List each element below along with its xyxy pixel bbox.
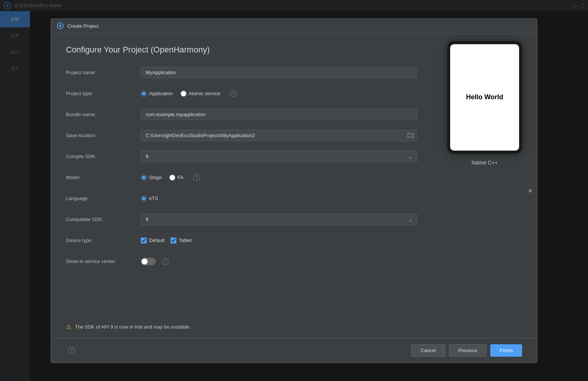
form-area: Configure Your Project (OpenHarmony) Pro… xyxy=(51,34,432,323)
warning-banner: ⚠ The SDK of API 9 is now in trial and m… xyxy=(66,323,522,330)
model-row: Model: Stage FA ? xyxy=(66,171,417,184)
project-name-row: Project name: xyxy=(66,66,417,79)
device-type-checkbox-group: Default Tablet xyxy=(141,238,417,244)
model-help-icon[interactable]: ? xyxy=(193,174,200,181)
hello-world-text: Hello World xyxy=(466,93,503,101)
device-preview: Hello World xyxy=(447,41,522,154)
bundle-name-input[interactable] xyxy=(141,109,417,120)
application-label: Application xyxy=(149,91,173,96)
show-service-center-toggle[interactable] xyxy=(141,258,156,265)
show-service-center-help-icon[interactable]: ? xyxy=(162,258,169,265)
dialog-body: Configure Your Project (OpenHarmony) Pro… xyxy=(51,34,537,323)
stage-label: Stage xyxy=(149,175,162,180)
bundle-name-label: Bundle name: xyxy=(66,112,141,117)
compile-sdk-select[interactable]: 9 8 7 xyxy=(141,151,417,162)
project-type-control: Application Atomic service ? xyxy=(141,90,417,97)
project-type-row: Project type: Application Atomic service xyxy=(66,87,417,100)
ets-radio-label[interactable]: eTS xyxy=(141,196,158,202)
show-service-center-control: ? xyxy=(141,258,417,265)
create-project-dialog: Create Project ✕ Configure Your Project … xyxy=(51,18,537,363)
compatible-sdk-select[interactable]: 9 8 7 xyxy=(141,214,417,225)
show-service-center-label: Show in service center: xyxy=(66,258,141,264)
language-row: Language: eTS xyxy=(66,192,417,205)
ets-radio[interactable] xyxy=(141,196,147,202)
compile-sdk-control: 9 8 7 xyxy=(141,151,417,162)
dialog-footer: ? Cancel Previous Finish xyxy=(51,338,537,363)
save-location-input[interactable] xyxy=(141,130,417,141)
compile-sdk-row: Compile SDK: 9 8 7 xyxy=(66,150,417,163)
warning-icon: ⚠ xyxy=(66,323,71,330)
atomic-service-label: Atomic service xyxy=(189,91,221,96)
toggle-slider xyxy=(141,258,156,265)
ets-label: eTS xyxy=(149,196,158,201)
project-type-help-icon[interactable]: ? xyxy=(230,90,237,97)
model-control: Stage FA ? xyxy=(141,174,417,181)
atomic-service-radio[interactable] xyxy=(181,91,187,97)
fa-radio[interactable] xyxy=(169,175,175,181)
warning-text: The SDK of API 9 is now in trial and may… xyxy=(75,324,191,330)
bundle-name-row: Bundle name: xyxy=(66,108,417,121)
footer-help-icon[interactable]: ? xyxy=(68,347,75,354)
save-location-row: Save location: xyxy=(66,129,417,142)
save-location-control xyxy=(141,130,417,141)
default-checkbox[interactable] xyxy=(141,238,147,244)
project-type-label: Project type: xyxy=(66,91,141,96)
project-type-radio-group: Application Atomic service ? xyxy=(141,90,417,97)
cancel-button[interactable]: Cancel xyxy=(411,344,445,357)
finish-button[interactable]: Finish xyxy=(490,344,522,357)
dialog-titlebar: Create Project ✕ xyxy=(51,19,537,34)
compatible-sdk-select-wrap: 9 8 7 xyxy=(141,214,417,225)
device-type-row: Device type: Default Tablet xyxy=(66,234,417,247)
model-radio-group: Stage FA ? xyxy=(141,174,417,181)
stage-radio-label[interactable]: Stage xyxy=(141,175,162,181)
footer-buttons: Cancel Previous Finish xyxy=(411,344,522,357)
preview-area: Hello World Native C++ xyxy=(432,34,537,323)
page-title: Configure Your Project (OpenHarmony) xyxy=(66,45,417,55)
fa-radio-label[interactable]: FA xyxy=(169,175,184,181)
tablet-checkbox-label[interactable]: Tablet xyxy=(170,238,192,244)
bundle-name-control xyxy=(141,109,417,120)
fa-label: FA xyxy=(178,175,184,180)
atomic-service-radio-label[interactable]: Atomic service xyxy=(181,91,221,97)
compatible-sdk-row: Compatible SDK: 9 8 7 xyxy=(66,213,417,226)
language-radio-group: eTS xyxy=(141,196,417,202)
previous-button[interactable]: Previous xyxy=(449,344,487,357)
project-name-control xyxy=(141,67,417,78)
save-location-label: Save location: xyxy=(66,133,141,138)
compatible-sdk-label: Compatible SDK: xyxy=(66,217,141,222)
tablet-device-label: Tablet xyxy=(179,238,192,243)
dialog-logo-icon xyxy=(57,22,64,29)
default-checkbox-label[interactable]: Default xyxy=(141,238,164,244)
device-type-control: Default Tablet xyxy=(141,238,417,244)
application-radio-label[interactable]: Application xyxy=(141,91,173,97)
modal-overlay: Create Project ✕ Configure Your Project … xyxy=(0,0,588,381)
language-control: eTS xyxy=(141,196,417,202)
compile-sdk-select-wrap: 9 8 7 xyxy=(141,151,417,162)
compatible-sdk-control: 9 8 7 xyxy=(141,214,417,225)
stage-radio[interactable] xyxy=(141,175,147,181)
language-label: Language: xyxy=(66,196,141,201)
compile-sdk-label: Compile SDK: xyxy=(66,154,141,159)
dialog-title: Create Project xyxy=(67,23,98,29)
project-name-input[interactable] xyxy=(141,67,417,78)
template-name-label: Native C++ xyxy=(472,160,498,166)
tablet-checkbox[interactable] xyxy=(170,238,176,244)
browse-folder-icon[interactable] xyxy=(407,132,413,139)
footer-help: ? xyxy=(66,347,75,354)
show-service-center-row: Show in service center: ? xyxy=(66,255,417,268)
close-button[interactable]: ✕ xyxy=(528,187,533,194)
project-name-label: Project name: xyxy=(66,70,141,75)
model-label: Model: xyxy=(66,175,141,180)
application-radio[interactable] xyxy=(141,91,147,97)
device-type-label: Device type: xyxy=(66,238,141,243)
default-device-label: Default xyxy=(149,238,164,243)
save-location-wrap xyxy=(141,130,417,141)
